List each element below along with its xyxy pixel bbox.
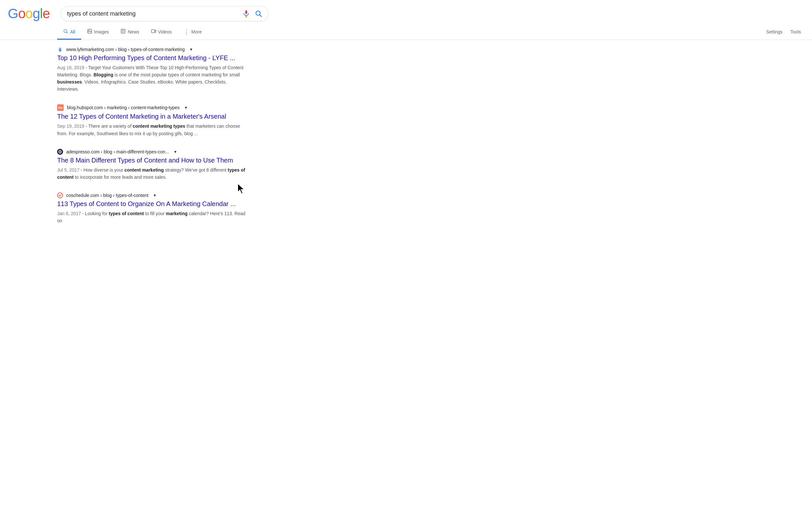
svg-point-14 bbox=[59, 49, 61, 50]
site-favicon bbox=[57, 192, 63, 198]
tab-all[interactable]: All bbox=[57, 25, 81, 40]
result-url: www.lyfemarketing.com › blog › types-of-… bbox=[66, 47, 185, 52]
settings-button[interactable]: Settings bbox=[763, 25, 786, 39]
site-favicon: hs bbox=[57, 104, 64, 111]
result-item: coschedule.com › blog › types-of-content… bbox=[57, 192, 247, 224]
result-title[interactable]: The 8 Main Different Types of Content an… bbox=[57, 156, 247, 164]
svg-line-6 bbox=[66, 32, 67, 33]
result-title[interactable]: Top 10 High Performing Types of Content … bbox=[57, 54, 247, 62]
images-icon bbox=[87, 29, 92, 35]
result-url: blog.hubspot.com › marketing › content-m… bbox=[67, 105, 179, 110]
svg-rect-13 bbox=[151, 30, 155, 32]
tab-images-label: Images bbox=[94, 29, 109, 34]
result-url-row: adespresso.com › blog › main-different-t… bbox=[57, 149, 247, 155]
all-icon bbox=[63, 29, 68, 35]
tab-more[interactable]: ⋮ More bbox=[178, 25, 207, 40]
google-logo[interactable]: Google bbox=[8, 6, 50, 22]
result-dropdown-arrow[interactable]: ▼ bbox=[173, 150, 177, 154]
svg-point-19 bbox=[59, 151, 61, 152]
result-dropdown-arrow[interactable]: ▼ bbox=[189, 48, 193, 51]
header: Google types of content marketing bbox=[0, 0, 812, 22]
result-snippet: Aug 16, 2019 - Target Your Customers Wit… bbox=[57, 64, 247, 93]
site-favicon bbox=[57, 149, 63, 155]
result-date: Aug 16, 2019 bbox=[57, 65, 84, 70]
tab-videos[interactable]: Videos bbox=[145, 25, 178, 40]
result-url-row: coschedule.com › blog › types-of-content… bbox=[57, 192, 247, 198]
result-title[interactable]: 113 Types of Content to Organize On A Ma… bbox=[57, 200, 247, 208]
result-date: Jul 5, 2017 bbox=[57, 167, 80, 173]
tab-all-label: All bbox=[70, 29, 75, 34]
nav-settings-group: Settings Tools bbox=[763, 25, 812, 39]
result-snippet: Jan 6, 2017 - Looking for types of conte… bbox=[57, 210, 247, 224]
svg-point-20 bbox=[57, 193, 63, 198]
search-icons bbox=[242, 10, 262, 18]
site-favicon bbox=[57, 47, 63, 52]
svg-line-4 bbox=[260, 15, 262, 17]
news-icon bbox=[120, 29, 126, 35]
tab-images[interactable]: Images bbox=[81, 25, 115, 40]
result-dropdown-arrow[interactable]: ▼ bbox=[184, 106, 188, 109]
search-input[interactable]: types of content marketing bbox=[67, 10, 239, 17]
result-date: Jan 6, 2017 bbox=[57, 211, 81, 216]
tab-news[interactable]: News bbox=[115, 25, 145, 40]
search-icon bbox=[255, 10, 262, 18]
result-url-row: www.lyfemarketing.com › blog › types-of-… bbox=[57, 47, 247, 52]
result-title[interactable]: The 12 Types of Content Marketing in a M… bbox=[57, 112, 247, 121]
videos-icon bbox=[151, 29, 156, 35]
mic-icon bbox=[242, 10, 250, 18]
svg-text:hs: hs bbox=[58, 106, 63, 109]
result-snippet: Sep 19, 2019 - There are a variety of co… bbox=[57, 123, 247, 137]
result-item: adespresso.com › blog › main-different-t… bbox=[57, 149, 247, 181]
voice-search-button[interactable] bbox=[242, 10, 250, 18]
tab-videos-label: Videos bbox=[158, 29, 172, 34]
tools-button[interactable]: Tools bbox=[787, 25, 804, 39]
result-url: adespresso.com › blog › main-different-t… bbox=[66, 149, 169, 154]
search-button[interactable] bbox=[255, 10, 262, 18]
tab-more-label: More bbox=[191, 29, 202, 34]
result-item: www.lyfemarketing.com › blog › types-of-… bbox=[57, 47, 247, 93]
svg-rect-0 bbox=[245, 10, 247, 14]
result-url-row: hs blog.hubspot.com › marketing › conten… bbox=[57, 104, 247, 111]
search-results: www.lyfemarketing.com › blog › types-of-… bbox=[0, 40, 247, 224]
search-bar: types of content marketing bbox=[61, 6, 269, 21]
result-dropdown-arrow[interactable]: ▼ bbox=[153, 193, 157, 197]
more-dots-icon: ⋮ bbox=[184, 29, 189, 35]
nav-tabs: All Images News V bbox=[0, 22, 812, 40]
tab-news-label: News bbox=[128, 29, 139, 34]
result-url: coschedule.com › blog › types-of-content bbox=[66, 193, 148, 198]
result-item: hs blog.hubspot.com › marketing › conten… bbox=[57, 104, 247, 137]
result-date: Sep 19, 2019 bbox=[57, 124, 84, 129]
result-snippet: Jul 5, 2017 - How diverse is your conten… bbox=[57, 166, 247, 181]
